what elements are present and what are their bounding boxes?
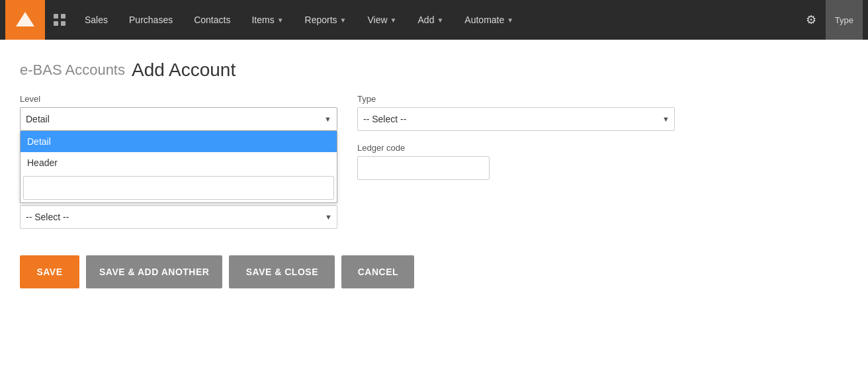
page-title: Add Account: [132, 60, 236, 81]
level-search-input[interactable]: [23, 176, 334, 200]
breadcrumb: e-BAS Accounts Add Account: [20, 60, 848, 81]
add-caret: ▼: [437, 17, 443, 24]
main-content: e-BAS Accounts Add Account Level Detail …: [0, 40, 868, 302]
nav-sales[interactable]: Sales: [74, 0, 118, 40]
automate-caret: ▼: [507, 17, 513, 24]
ledger-label: Ledger code: [357, 143, 490, 153]
ledger-input[interactable]: [357, 156, 490, 180]
action-buttons: SAVE SAVE & ADD ANOTHER SAVE & CLOSE CAN…: [20, 255, 848, 288]
cancel-button[interactable]: CANCEL: [341, 255, 414, 288]
level-arrow-icon: ▼: [324, 115, 331, 123]
level-dropdown-container: Detail ▼ Detail Header: [20, 107, 337, 131]
level-option-header[interactable]: Header: [21, 152, 337, 173]
nav-add[interactable]: Add ▼: [408, 0, 455, 40]
view-caret: ▼: [390, 17, 397, 24]
items-caret: ▼: [277, 17, 284, 24]
nav-items[interactable]: Items ▼: [241, 0, 294, 40]
svg-rect-3: [61, 21, 65, 26]
logo[interactable]: [5, 0, 45, 40]
type-button[interactable]: Type: [826, 0, 863, 40]
svg-rect-1: [61, 14, 65, 19]
type-select[interactable]: -- Select --: [357, 107, 675, 131]
header-account-select[interactable]: -- Select --: [20, 205, 337, 229]
navbar: Sales Purchases Contacts Items ▼ Reports…: [0, 0, 868, 40]
save-button[interactable]: SAVE: [20, 255, 79, 288]
breadcrumb-parent: e-BAS Accounts: [20, 62, 125, 79]
level-option-detail[interactable]: Detail: [21, 131, 337, 152]
gear-icon[interactable]: ⚙: [797, 0, 826, 40]
save-add-button[interactable]: SAVE & ADD ANOTHER: [86, 255, 222, 288]
svg-rect-2: [54, 21, 58, 26]
type-label: Type: [357, 94, 675, 104]
reports-caret: ▼: [340, 17, 347, 24]
header-account-select-wrapper: -- Select -- ▼: [20, 205, 337, 229]
nav-automate[interactable]: Automate ▼: [454, 0, 524, 40]
type-field: Type -- Select -- ▼: [357, 94, 675, 131]
nav-view[interactable]: View ▼: [357, 0, 408, 40]
nav-purchases[interactable]: Purchases: [118, 0, 183, 40]
level-select[interactable]: Detail ▼: [20, 107, 337, 131]
nav-contacts[interactable]: Contacts: [183, 0, 241, 40]
svg-rect-0: [54, 14, 58, 19]
ledger-code-field: Ledger code: [357, 143, 490, 180]
level-dropdown-menu: Detail Header: [20, 131, 337, 203]
save-close-button[interactable]: SAVE & CLOSE: [229, 255, 335, 288]
form-row-1: Level Detail ▼ Detail Header: [20, 94, 848, 131]
type-select-wrapper: -- Select -- ▼: [357, 107, 675, 131]
level-label: Level: [20, 94, 337, 104]
nav-reports[interactable]: Reports ▼: [294, 0, 357, 40]
grid-icon[interactable]: [45, 0, 74, 40]
form: Level Detail ▼ Detail Header: [20, 94, 848, 288]
level-field: Level Detail ▼ Detail Header: [20, 94, 337, 131]
